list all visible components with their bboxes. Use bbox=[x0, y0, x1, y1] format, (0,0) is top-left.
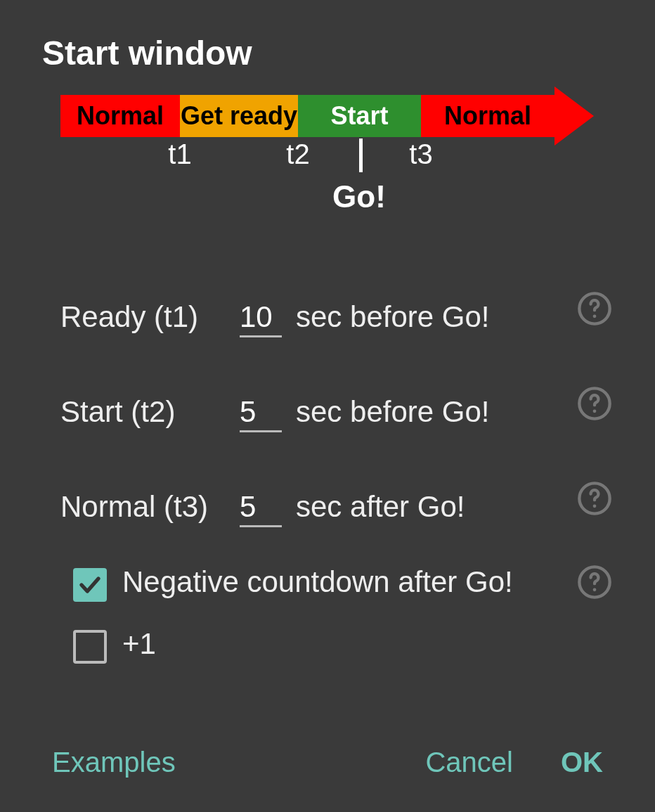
tick-t2: t2 bbox=[286, 138, 309, 170]
help-icon[interactable] bbox=[576, 564, 613, 600]
row-normal-suffix: sec after Go! bbox=[296, 490, 576, 524]
timeline-arrowhead-icon bbox=[555, 86, 594, 146]
row-plus1: +1 bbox=[73, 626, 613, 664]
row-negative-countdown: Negative countdown after Go! bbox=[73, 564, 613, 602]
timeline-diagram: Normal Get ready Start Normal t1 t2 t3 G… bbox=[60, 95, 613, 221]
help-icon[interactable] bbox=[576, 480, 613, 517]
timeline-segment-normal2: Normal bbox=[421, 95, 555, 137]
ok-button[interactable]: OK bbox=[554, 741, 610, 784]
row-ready-label: Ready (t1) bbox=[60, 300, 240, 334]
negative-countdown-label: Negative countdown after Go! bbox=[122, 564, 576, 601]
timeline-segment-normal1: Normal bbox=[60, 95, 180, 137]
row-start-suffix: sec before Go! bbox=[296, 395, 576, 429]
tick-go-label: Go! bbox=[332, 179, 386, 214]
normal-t3-input[interactable] bbox=[240, 490, 282, 527]
ready-t1-input[interactable] bbox=[240, 300, 282, 337]
tick-t3: t3 bbox=[409, 138, 432, 170]
negative-countdown-checkbox[interactable] bbox=[73, 568, 107, 602]
timeline-ticks: t1 t2 t3 bbox=[60, 138, 613, 174]
dialog-buttons: Examples Cancel OK bbox=[42, 734, 613, 784]
row-start-label: Start (t2) bbox=[60, 395, 240, 429]
tick-t1: t1 bbox=[168, 138, 191, 170]
svg-point-7 bbox=[593, 588, 597, 591]
row-start: Start (t2) sec before Go! bbox=[60, 385, 613, 432]
plus1-checkbox[interactable] bbox=[73, 630, 107, 664]
svg-point-1 bbox=[593, 314, 597, 318]
examples-button[interactable]: Examples bbox=[45, 741, 183, 784]
row-normal-label: Normal (t3) bbox=[60, 490, 240, 524]
timeline-bar: Normal Get ready Start Normal bbox=[60, 95, 613, 137]
svg-point-5 bbox=[593, 504, 597, 508]
plus1-label: +1 bbox=[122, 626, 613, 663]
start-window-dialog: Start window Normal Get ready Start Norm… bbox=[0, 0, 655, 812]
timeline-segment-start: Start bbox=[298, 95, 421, 137]
cancel-button[interactable]: Cancel bbox=[418, 741, 520, 784]
help-icon[interactable] bbox=[576, 385, 613, 422]
row-ready: Ready (t1) sec before Go! bbox=[60, 290, 613, 337]
row-normal: Normal (t3) sec after Go! bbox=[60, 480, 613, 527]
start-t2-input[interactable] bbox=[240, 395, 282, 432]
row-ready-suffix: sec before Go! bbox=[296, 300, 576, 334]
timeline-segment-ready: Get ready bbox=[180, 95, 298, 137]
svg-point-3 bbox=[593, 409, 597, 413]
dialog-title: Start window bbox=[42, 34, 613, 72]
help-icon[interactable] bbox=[576, 290, 613, 327]
tick-go-line bbox=[359, 138, 363, 172]
